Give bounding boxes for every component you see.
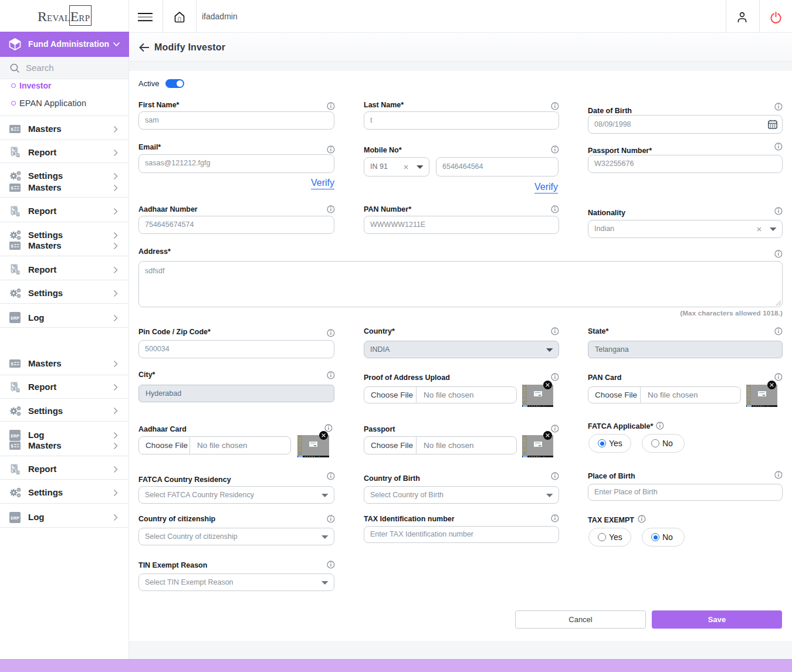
svg-text:ERP: ERP — [11, 315, 19, 321]
svg-text:ERP: ERP — [11, 515, 19, 521]
svg-text:ERP: ERP — [11, 433, 19, 439]
